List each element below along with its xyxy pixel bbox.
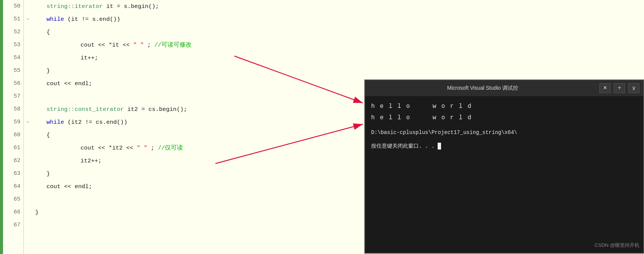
line-num-51: 51 [3, 13, 23, 26]
fold-61 [24, 142, 31, 154]
line-num-57: 57 [3, 90, 23, 103]
terminal-prompt-text: 按任意键关闭此窗口. . . [371, 143, 435, 149]
token-const-iter: string::const_iterator [46, 106, 124, 113]
watermark: CSDN @睡觉待开机 [594, 242, 639, 249]
fold-57 [24, 90, 31, 103]
token-brace-close1: } [46, 67, 50, 74]
token-cout1: cout << *it << [80, 42, 133, 48]
code-line-54: it++; [35, 51, 644, 64]
terminal-body: h e l l o w o r l d h e l l o w o r l d … [365, 96, 643, 253]
fold-52 [24, 26, 31, 39]
line-num-54: 54 [3, 51, 23, 64]
fold-59[interactable]: − [24, 116, 31, 129]
line-num-58: 58 [3, 103, 23, 116]
code-line-52: { [35, 26, 644, 39]
token-endl2: cout << endl; [46, 183, 92, 190]
terminal-prompt: 按任意键关闭此窗口. . . [371, 142, 637, 151]
line-num-66: 66 [3, 206, 23, 219]
line-num-64: 64 [3, 180, 23, 193]
line-num-55: 55 [3, 64, 23, 77]
line-num-67: 67 [3, 219, 23, 232]
terminal-output-line1: h e l l o w o r l d [371, 101, 637, 112]
line-num-62: 62 [3, 154, 23, 167]
terminal-cursor [438, 143, 441, 150]
code-line-51: while (it != s.end()) [35, 13, 644, 26]
token-endl1: cout << endl; [46, 80, 92, 87]
terminal-close-button[interactable]: × [599, 83, 611, 93]
token-while-2: while [46, 119, 64, 126]
fold-55 [24, 64, 31, 77]
token-it2-decl: it2 = cs.begin(); [127, 106, 187, 113]
line-num-65: 65 [3, 193, 23, 206]
line-num-63: 63 [3, 167, 23, 180]
fold-65 [24, 193, 31, 206]
terminal-path: D:\basic-cplusplus\Project17_using_strin… [371, 128, 637, 137]
fold-50 [24, 0, 31, 13]
token-comment2: //仅可读 [158, 145, 183, 151]
fold-66 [24, 206, 31, 219]
fold-62 [24, 154, 31, 167]
terminal-titlebar: Microsoft Visual Studio 调试控 × + ∨ [365, 80, 643, 96]
code-line-55: } [35, 64, 644, 77]
terminal-chevron-button[interactable]: ∨ [628, 83, 639, 93]
token-comment1: //可读可修改 [154, 42, 192, 48]
line-num-52: 52 [3, 26, 23, 39]
token-semi1: ; [147, 42, 151, 48]
fold-56 [24, 77, 31, 90]
line-num-60: 60 [3, 129, 23, 142]
token-brace-open: { [46, 29, 50, 36]
code-line-53: cout << *it << " " ; //可读可修改 [35, 39, 644, 51]
left-border [0, 0, 3, 254]
token-it2pp: it2++; [80, 157, 102, 164]
token-str1: " " [133, 42, 144, 48]
token-cout2: cout << *it2 << [80, 145, 137, 151]
fold-64 [24, 180, 31, 193]
token-itpp: it++; [80, 55, 98, 61]
line-num-50: 50 [3, 0, 23, 13]
token-plain: (it != s.end()) [68, 16, 121, 23]
terminal-title: Microsoft Visual Studio 调试控 [369, 85, 596, 92]
terminal-add-button[interactable]: + [614, 83, 625, 93]
fold-53 [24, 39, 31, 51]
token-while2-cond: (it2 != cs.end()) [68, 119, 127, 126]
code-line-50: string::iterator it = s.begin(); [35, 0, 644, 13]
token-brace-close2: } [46, 170, 50, 177]
token-while-1: while [46, 16, 64, 23]
token-type-iter: string::iterator [46, 3, 103, 10]
fold-58 [24, 103, 31, 116]
fold-67 [24, 219, 31, 232]
line-num-61: 61 [3, 142, 23, 154]
token-str2: " " [137, 145, 147, 151]
line-numbers: 50 51 52 53 54 55 56 57 58 59 60 61 62 6… [3, 0, 24, 254]
token-closing-brace: } [35, 209, 39, 216]
line-num-53: 53 [3, 39, 23, 51]
token-brace-open2: { [46, 132, 50, 139]
terminal-output-line2: h e l l o w o r l d [371, 112, 637, 123]
fold-51[interactable]: − [24, 13, 31, 26]
fold-60 [24, 129, 31, 142]
fold-63 [24, 167, 31, 180]
token-plain: it = s.begin(); [106, 3, 159, 10]
fold-column: − − [24, 0, 31, 254]
line-num-56: 56 [3, 77, 23, 90]
fold-54 [24, 51, 31, 64]
token-semi2: ; [151, 145, 154, 151]
terminal-window: Microsoft Visual Studio 调试控 × + ∨ h e l … [364, 79, 644, 254]
line-num-59: 59 [3, 116, 23, 129]
